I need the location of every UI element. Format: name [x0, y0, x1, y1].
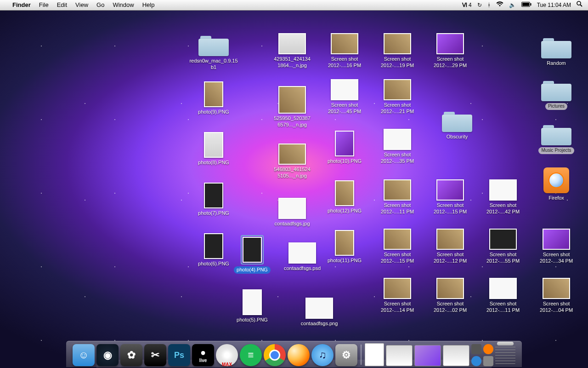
file-thumbnail — [436, 229, 464, 250]
desktop-item-label: Screen shot 2012-....12 PM — [425, 252, 475, 264]
file-thumbnail — [489, 229, 517, 250]
dock-app-finder[interactable]: ☺ — [73, 344, 95, 366]
desktop-item[interactable]: Screen shot 2012-....29 PM — [425, 33, 475, 69]
dock-item-minimized-window[interactable] — [414, 345, 441, 366]
desktop-item[interactable]: Screen shot 2012-....21 PM — [372, 79, 423, 115]
desktop-item-label: Screen shot 2012-....16 PM — [319, 56, 370, 69]
desktop-item[interactable]: Obscurity — [432, 109, 482, 140]
desktop-item-label: contaadfsgs.psd — [284, 265, 321, 272]
dock-app-chrome[interactable] — [264, 344, 286, 366]
volume-icon[interactable]: 🔈 — [506, 0, 519, 10]
timemachine-icon[interactable]: ↻ — [475, 0, 485, 10]
desktop-item[interactable]: Screen shot 2012-....11 PM — [478, 278, 528, 314]
desktop-item[interactable]: contaadfsgs.png — [294, 298, 345, 327]
desktop-item[interactable]: photo(4).PNG — [227, 235, 277, 274]
file-thumbnail — [331, 79, 358, 100]
desktop-item[interactable]: Screen shot 2012-....12 PM — [425, 229, 475, 264]
desktop-item[interactable]: Screen shot 2012-....19 PM — [372, 33, 423, 69]
desktop-item-label: Screen shot 2012-....42 PM — [478, 202, 528, 215]
file-thumbnail — [204, 233, 223, 259]
desktop-item[interactable]: photo(7).PNG — [188, 183, 239, 217]
desktop-item[interactable]: Screen shot 2012-....15 PM — [372, 229, 423, 264]
file-thumbnail — [543, 229, 570, 250]
menu-edit[interactable]: Edit — [53, 0, 71, 10]
desktop-item[interactable]: Pictures — [531, 78, 582, 110]
menu-go[interactable]: Go — [92, 0, 108, 10]
bluetooth-icon[interactable]: ᚼ — [485, 0, 493, 10]
menu-help[interactable]: Help — [138, 0, 159, 10]
dock-item-document[interactable] — [365, 343, 384, 366]
desktop-item-label: Screen shot 2012-....21 PM — [372, 102, 423, 115]
dock-item-minimized-window[interactable] — [386, 345, 413, 366]
spotlight-icon[interactable] — [574, 0, 585, 10]
desktop-item[interactable]: Screen shot 2012-....16 PM — [319, 33, 370, 69]
desktop-item[interactable]: photo(8).PNG — [188, 132, 239, 166]
dock-app-firefox[interactable] — [288, 344, 310, 366]
desktop-item-label: Screen shot 2012-....14 PM — [372, 301, 423, 314]
file-thumbnail — [204, 81, 223, 107]
dock-app-disc[interactable] — [216, 344, 238, 366]
desktop-item[interactable]: Screen shot 2012-....45 PM — [319, 79, 370, 115]
desktop-item[interactable]: 546803_461524 5105..._n.jpg — [267, 144, 317, 179]
file-thumbnail — [278, 198, 306, 219]
dock-app-spotify[interactable]: ≡ — [240, 344, 262, 366]
desktop-item[interactable]: photo(9).PNG — [188, 81, 239, 115]
dock-item-trash[interactable] — [495, 344, 515, 366]
desktop-item[interactable]: Screen shot 2012-....11 PM — [372, 179, 423, 215]
battery-icon[interactable] — [519, 0, 534, 10]
desktop-item[interactable]: Random — [531, 35, 582, 67]
dock-app-photoshop[interactable]: Ps — [168, 344, 190, 366]
file-thumbnail — [489, 278, 517, 299]
desktop-item-label: photo(4).PNG — [234, 266, 271, 274]
dock-item-minimized-window[interactable] — [443, 345, 469, 366]
dock-app-itunes[interactable]: ♫ — [311, 344, 334, 366]
menu-view[interactable]: View — [71, 0, 92, 10]
desktop-item[interactable]: photo(5).PNG — [227, 289, 277, 323]
file-thumbnail — [278, 144, 306, 165]
desktop-item-label: Screen shot 2012-....15 PM — [372, 252, 423, 264]
desktop-item[interactable]: Screen shot 2012-....35 PM — [372, 129, 423, 165]
file-thumbnail — [384, 33, 411, 54]
file-thumbnail — [384, 278, 411, 299]
app-menu[interactable]: Finder — [8, 0, 35, 10]
desktop-item-label: Screen shot 2012-....15 PM — [425, 202, 475, 215]
desktop-item-label: photo(12).PNG — [328, 208, 362, 214]
desktop-item-label: Screen shot 2012-....35 PM — [372, 152, 423, 165]
desktop-item[interactable]: 429351_424134 1864..._n.jpg — [267, 33, 317, 69]
dock-item-downloads-stack[interactable] — [471, 344, 493, 366]
desktop-item[interactable]: Screen shot 2012-....15 PM — [425, 179, 475, 215]
desktop[interactable]: redsn0w_mac_0.9.15b1photo(9).PNGphoto(8)… — [0, 10, 588, 368]
desktop-item[interactable]: redsn0w_mac_0.9.15b1 — [188, 33, 239, 71]
dock-app-steam[interactable]: ◉ — [96, 344, 119, 366]
desktop-item[interactable]: 525950_520387 6579..._n.jpg — [267, 86, 317, 128]
dock-app-system-preferences[interactable]: ⚙ — [335, 344, 357, 366]
menu-window[interactable]: Window — [108, 0, 138, 10]
adobe-menu-icon[interactable]: Ⅵ 4 — [459, 0, 475, 10]
dock-app-final-cut-pro[interactable]: ✂ — [144, 344, 166, 366]
desktop-item[interactable]: photo(10).PNG — [319, 131, 370, 165]
desktop-item[interactable]: Firefox — [531, 167, 582, 201]
desktop-item[interactable]: contaadfsgs.jpg — [267, 198, 317, 227]
desktop-item-label: contaadfsgs.png — [301, 321, 338, 327]
desktop-item[interactable]: photo(12).PNG — [319, 180, 370, 214]
desktop-item[interactable]: Screen shot 2012-....14 PM — [372, 278, 423, 314]
desktop-item[interactable]: photo(11).PNG — [319, 230, 370, 264]
desktop-item[interactable]: Music Projects — [531, 122, 582, 154]
desktop-item[interactable]: Screen shot 2012-....42 PM — [478, 179, 528, 215]
menu-file[interactable]: File — [35, 0, 53, 10]
desktop-item[interactable]: Screen shot 2012-....04 PM — [531, 278, 582, 314]
dock-app-iphoto[interactable]: ✿ — [120, 344, 142, 366]
clock[interactable]: Tue 11:04 AM — [534, 0, 574, 10]
desktop-item[interactable]: Screen shot 2012-....02 PM — [425, 278, 475, 314]
desktop-item-label: Screen shot 2012-....11 PM — [372, 202, 423, 215]
wifi-icon[interactable] — [493, 0, 506, 10]
drive-icon — [543, 167, 569, 193]
desktop-item-label: 429351_424134 1864..._n.jpg — [267, 56, 317, 69]
file-thumbnail — [335, 180, 354, 206]
desktop-item[interactable]: Screen shot 2012-....55 PM — [478, 229, 528, 264]
folder-icon — [442, 109, 472, 132]
desktop-item-label: 525950_520387 6579..._n.jpg — [267, 115, 317, 128]
desktop-item[interactable]: Screen shot 2012-....34 PM — [531, 229, 582, 264]
file-thumbnail — [489, 179, 517, 201]
dock-app-ableton-live[interactable]: ●live — [192, 344, 214, 366]
